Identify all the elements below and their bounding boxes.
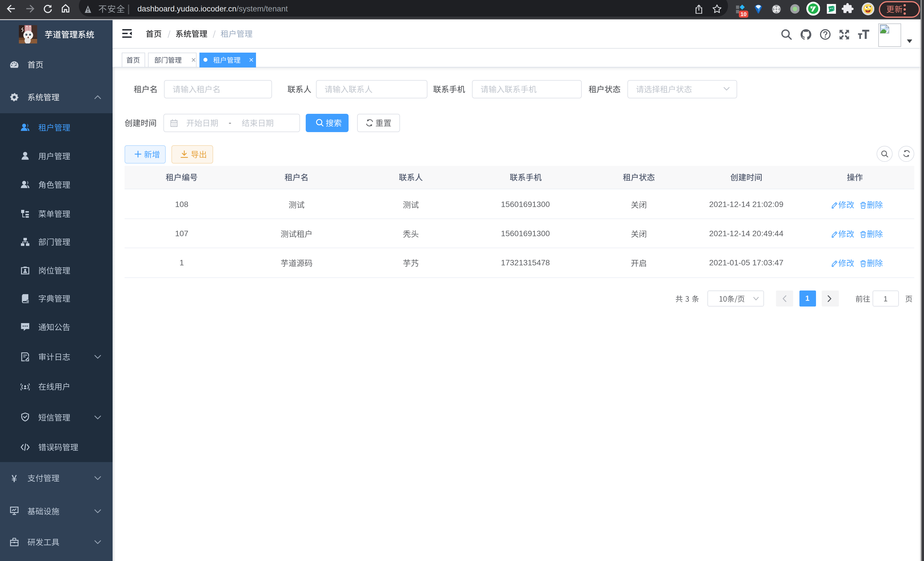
svg-text:10: 10 — [741, 11, 747, 17]
